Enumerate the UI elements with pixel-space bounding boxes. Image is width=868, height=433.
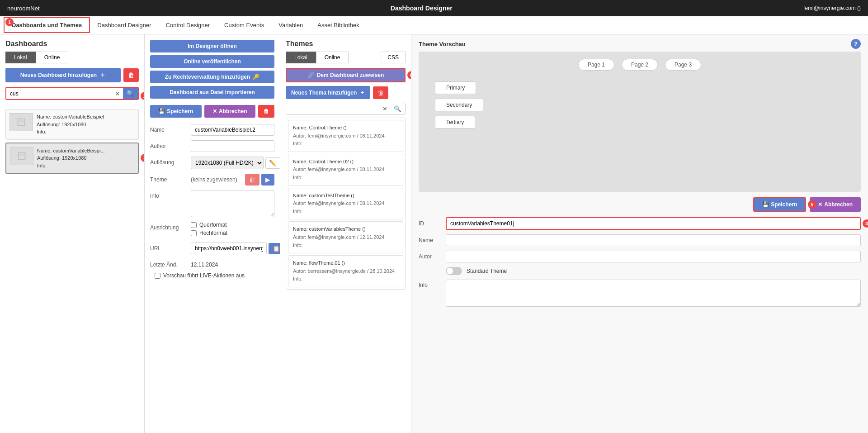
form-url-label: URL xyxy=(150,243,191,252)
theme-item-1[interactable]: Name: Control.Theme.02 () Autor: femi@in… xyxy=(288,154,403,186)
form-resolution-select[interactable]: 1920x1080 (Full HD/2K) xyxy=(191,157,264,169)
search-button[interactable]: 🔍 xyxy=(123,88,138,99)
assign-theme-button[interactable]: 🔗 Dem Dashboard zuweisen xyxy=(287,69,405,81)
tab-asset-bibliothek[interactable]: Asset Bibliothek xyxy=(310,18,367,32)
theme-info-0: Info: xyxy=(293,140,398,148)
theme-cancel-button[interactable]: ✕ Abbrechen xyxy=(810,197,861,212)
plus-icon: ＋ xyxy=(99,71,106,79)
dashboard-thumb-1 xyxy=(9,113,33,131)
dashboard-item-1[interactable]: Name: customVariableBeispiel Auflösung: … xyxy=(5,109,139,140)
import-file-button[interactable]: Dashboard aus Datei importieren xyxy=(150,86,274,99)
themes-search-input[interactable] xyxy=(286,104,380,114)
landscape-row: Querformat xyxy=(191,222,274,228)
publish-online-button[interactable]: Online veröffentlichen xyxy=(150,55,274,68)
open-designer-button[interactable]: Im Designer öffnen xyxy=(150,40,274,52)
delete-dashboard-button[interactable]: 🗑 xyxy=(123,68,139,82)
themes-search-row: ✕ 🔍 xyxy=(286,103,406,115)
delete-theme-button[interactable]: 🗑 xyxy=(373,86,388,99)
form-author-input[interactable] xyxy=(191,140,274,152)
tab-dashboards-themes[interactable]: Dashboards und Themes xyxy=(4,17,90,33)
tab-custom-events[interactable]: Custom Events xyxy=(217,18,271,32)
svg-rect-2 xyxy=(19,152,25,159)
form-url-input[interactable] xyxy=(191,243,267,254)
add-dashboard-button[interactable]: Neues Dashboard hinzufügen ＋ xyxy=(5,68,121,82)
tab-control-designer[interactable]: Control Designer xyxy=(159,18,217,32)
themes-panel: Themes Lokal Online CSS 🔗 Dem Dashboard … xyxy=(280,34,411,433)
resolution-edit-button[interactable]: ✏️ xyxy=(265,157,280,169)
topbar: neuroomNet Dashboard Designer femi@insyn… xyxy=(0,0,868,16)
url-copy-button[interactable]: 📋 xyxy=(269,243,280,254)
theme-arrow-button[interactable]: ▶ xyxy=(261,174,274,186)
themes-tabs: Lokal Online CSS xyxy=(286,52,406,63)
theme-remove-button[interactable]: 🗑 xyxy=(245,174,259,186)
form-orientation-row: Ausrichtung Querformat Hochformat xyxy=(150,222,274,238)
portrait-checkbox[interactable] xyxy=(191,230,197,236)
theme-name-3: Name: customVariablesTheme () xyxy=(293,225,398,233)
live-actions-checkbox[interactable] xyxy=(155,273,160,279)
add-rights-label: Zu Rechteverwaltung hinzufügen xyxy=(165,74,250,80)
form-author-label: Author xyxy=(150,140,191,149)
landscape-checkbox[interactable] xyxy=(191,222,197,228)
save-icon-2: 💾 xyxy=(762,201,769,208)
dashboards-tab-lokal[interactable]: Lokal xyxy=(5,52,36,63)
preview-tab-page3: Page 3 xyxy=(665,59,701,71)
add-dashboard-label: Neues Dashboard hinzufügen xyxy=(20,72,97,78)
orientation-options: Querformat Hochformat xyxy=(191,222,274,238)
standard-theme-toggle[interactable] xyxy=(446,267,462,275)
form-info-textarea[interactable] xyxy=(191,190,274,217)
theme-item-5[interactable]: Name: ID_TEST_FF () Autor: elemrani@insy… xyxy=(288,289,403,290)
themes-search-clear[interactable]: ✕ xyxy=(380,104,390,114)
dashboards-tab-online[interactable]: Online xyxy=(36,52,69,63)
theme-author-3: Autor: femi@insynergie.com / 12.11.2024 xyxy=(293,233,398,242)
theme-name-label: Name xyxy=(419,237,446,243)
theme-item-3[interactable]: Name: customVariablesTheme () Autor: fem… xyxy=(288,221,403,253)
tab-dashboard-designer[interactable]: Dashboard Designer xyxy=(90,18,158,32)
form-save-label: Speichern xyxy=(167,108,193,114)
form-save-button[interactable]: 💾 Speichern xyxy=(150,105,202,118)
theme-author-input[interactable] xyxy=(446,251,861,262)
preview-primary-btn: Primary xyxy=(435,81,476,94)
tab-variablen[interactable]: Variablen xyxy=(271,18,310,32)
form-actions: Im Designer öffnen Online veröffentliche… xyxy=(150,40,274,101)
new-theme-button[interactable]: Neues Thema hinzufügen ＋ xyxy=(286,86,370,99)
theme-controls: (keins zugewiesen) 🗑 ▶ xyxy=(191,174,274,186)
themes-tab-css[interactable]: CSS xyxy=(381,52,406,63)
themes-tab-lokal[interactable]: Lokal xyxy=(286,52,316,63)
theme-info-textarea[interactable] xyxy=(446,280,861,307)
dashboard-info-1: Name: customVariableBeispiel Auflösung: … xyxy=(37,113,104,136)
dashboard-item-2-wrapper: Name: customVariableBeispi... Auflösung:… xyxy=(5,143,139,174)
themes-tab-online[interactable]: Online xyxy=(316,52,349,63)
help-icon[interactable]: ? xyxy=(851,39,861,49)
theme-item-0[interactable]: Name: Control.Theme () Autor: femi@insyn… xyxy=(288,120,403,152)
annotation-6: 6 xyxy=(407,71,411,79)
search-clear-button[interactable]: ✕ xyxy=(112,88,123,99)
dashboard-item-2[interactable]: Name: customVariableBeispi... Auflösung:… xyxy=(5,143,139,174)
theme-id-input[interactable] xyxy=(446,217,861,230)
form-name-label: Name xyxy=(150,124,191,133)
theme-item-4[interactable]: Name: flowTheme.01 () Autor: berressem@i… xyxy=(288,255,403,287)
topbar-left: neuroomNet xyxy=(7,5,40,12)
form-name-input[interactable]: customVariableBeispiel.2 xyxy=(191,124,274,136)
portrait-label: Hochformat xyxy=(199,230,227,236)
form-orientation-label: Ausrichtung xyxy=(150,222,191,231)
dashboard-form-panel: Im Designer öffnen Online veröffentliche… xyxy=(145,34,280,433)
form-delete-button[interactable]: 🗑 xyxy=(258,105,274,118)
add-rights-button[interactable]: Zu Rechteverwaltung hinzufügen 🔑 xyxy=(150,71,274,83)
theme-item-2[interactable]: Name: customTestTheme () Autor: femi@ins… xyxy=(288,188,403,220)
search-input[interactable]: cus xyxy=(6,88,112,99)
search-icon: 🔍 xyxy=(127,90,134,97)
theme-info-3: Info: xyxy=(293,242,398,250)
theme-name-row: Name xyxy=(419,234,861,246)
themes-search-button[interactable]: 🔍 xyxy=(390,103,405,114)
live-actions-row: Vorschau führt LIVE-Aktionen aus xyxy=(150,272,274,279)
theme-name-input[interactable] xyxy=(446,234,861,246)
assign-button-container: 🔗 Dem Dashboard zuweisen 6 xyxy=(286,68,406,82)
form-cancel-button[interactable]: ✕ Abbrechen xyxy=(204,105,256,118)
theme-name-0: Name: Control.Theme () xyxy=(293,124,398,132)
theme-name-4: Name: flowTheme.01 () xyxy=(293,259,398,267)
theme-save-button[interactable]: 💾 Speichern xyxy=(753,197,806,212)
save-icon: 💾 xyxy=(158,108,165,114)
app-logo: neuroomNet xyxy=(7,5,40,12)
annotation-4: 4 xyxy=(863,219,868,228)
preview-secondary-btn: Secondary xyxy=(435,99,483,111)
